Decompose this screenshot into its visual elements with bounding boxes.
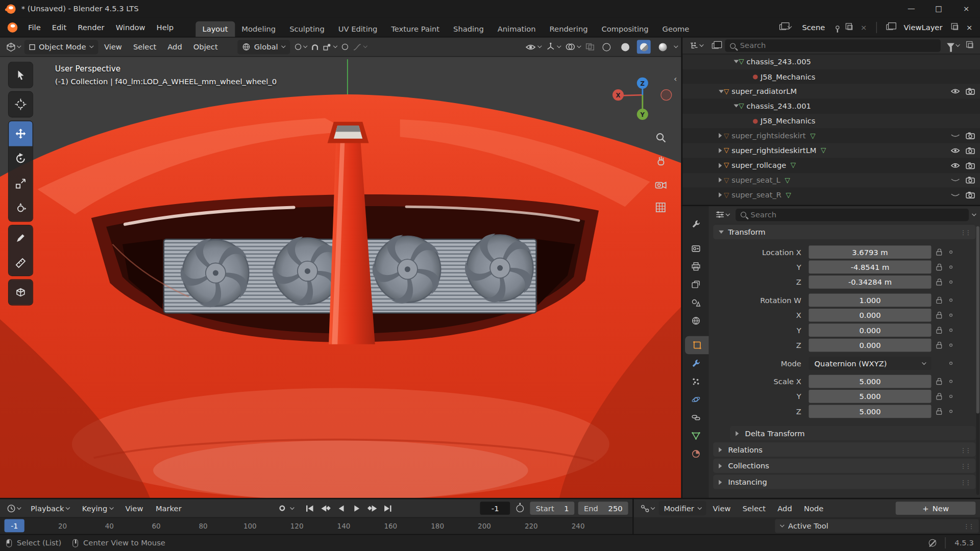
gizmo-minus-x-axis[interactable] (660, 89, 672, 101)
chevron-down-icon[interactable] (290, 505, 295, 510)
scale-y-field[interactable]: 5.000 (808, 390, 931, 403)
timeline-ruler[interactable]: -1 20 40 60 80 100 120 140 160 180 200 2… (0, 517, 632, 534)
gizmo-x-axis[interactable]: X (612, 89, 624, 101)
animate-button[interactable] (949, 329, 952, 332)
tab-sculpting[interactable]: Sculpting (283, 21, 332, 37)
menu-file[interactable]: File (22, 20, 46, 35)
overlays-dropdown[interactable] (566, 43, 580, 51)
menu-view[interactable]: View (99, 40, 127, 54)
drag-handle-icon[interactable] (963, 521, 973, 530)
menu-add[interactable]: Add (163, 40, 187, 54)
tab-texture-paint[interactable]: Texture Paint (384, 21, 447, 37)
hide-toggle[interactable] (950, 160, 960, 170)
outliner-row-j58-mechanics-2[interactable]: ● J58_Mechanics (682, 114, 980, 129)
shading-material-button[interactable] (637, 40, 651, 54)
jump-to-start-button[interactable] (303, 502, 317, 514)
tab-object[interactable] (685, 336, 709, 355)
remove-viewlayer-button[interactable]: × (964, 20, 975, 34)
measure-tool[interactable] (9, 251, 33, 276)
menu-object[interactable]: Object (188, 40, 223, 54)
lock-button[interactable] (936, 297, 942, 304)
animate-button[interactable] (949, 343, 952, 346)
disclosure-closed-icon[interactable] (719, 148, 722, 153)
add-cube-tool[interactable] (9, 280, 33, 305)
animate-button[interactable] (949, 265, 952, 268)
tab-view-layer[interactable] (682, 276, 708, 294)
unlink-scene-button[interactable]: × (858, 20, 869, 34)
outliner-row-chassis-001[interactable]: ▽ chassis_243..001 (682, 99, 980, 114)
relations-panel[interactable]: Relations (713, 442, 975, 457)
maximize-button[interactable]: □ (925, 0, 952, 17)
tab-uv-editing[interactable]: UV Editing (331, 21, 384, 37)
disclosure-open-icon[interactable] (734, 105, 739, 108)
scale-x-field[interactable]: 5.000 (808, 375, 931, 388)
transform-panel-header[interactable]: Transform (713, 225, 975, 239)
lock-button[interactable] (936, 408, 942, 415)
pin-scene-button[interactable] (833, 20, 842, 34)
shading-wireframe-button[interactable] (599, 40, 613, 54)
tab-constraints[interactable] (682, 409, 708, 427)
start-frame-field[interactable]: Start1 (530, 502, 575, 515)
animate-button[interactable] (949, 314, 952, 317)
node-tree-type-dropdown[interactable]: Modifier (659, 501, 706, 515)
pivot-point-dropdown[interactable] (295, 44, 307, 50)
collections-panel[interactable]: Collections (713, 459, 975, 473)
location-x-field[interactable]: 3.6793 m (808, 245, 931, 259)
mode-dropdown[interactable]: Object Mode (24, 40, 98, 54)
animate-button[interactable] (949, 281, 952, 284)
snap-toggle[interactable] (312, 44, 318, 49)
jump-to-end-button[interactable] (381, 502, 395, 514)
viewport-3d[interactable]: User Perspective (-1) Collection | f40_l… (0, 57, 681, 497)
viewlayer-button[interactable] (884, 20, 895, 34)
menu-help[interactable]: Help (151, 20, 180, 35)
outliner-row-j58-mechanics[interactable]: ● J58_Mechanics (682, 69, 980, 84)
animate-button[interactable] (949, 251, 952, 254)
shading-solid-button[interactable] (618, 40, 632, 54)
node-editor-type-button[interactable] (638, 502, 657, 515)
editor-type-button[interactable] (4, 40, 23, 54)
outliner-row-super-rightsideskirtlm[interactable]: ▽ super_rightsideskirtLM ▽ (682, 143, 980, 158)
delta-transform-panel[interactable]: Delta Transform (730, 426, 975, 440)
outliner-search[interactable] (725, 39, 940, 52)
lock-button[interactable] (936, 393, 942, 399)
camera-view-button[interactable] (652, 176, 669, 192)
shading-rendered-button[interactable] (655, 40, 669, 54)
outliner-row-super-radiatorlm[interactable]: ▽ super_radiatorLM (682, 84, 980, 99)
properties-search[interactable] (736, 208, 969, 220)
new-node-tree-button[interactable]: + New (896, 502, 976, 515)
rotation-x-field[interactable]: 0.000 (808, 309, 931, 322)
tab-physics[interactable] (682, 390, 708, 409)
transform-tool[interactable] (9, 196, 33, 221)
tab-rendering[interactable]: Rendering (543, 21, 595, 37)
disclosure-open-icon[interactable] (719, 90, 724, 93)
viewlayer-name-field[interactable]: ViewLayer (899, 20, 947, 34)
rotation-y-field[interactable]: 0.000 (808, 323, 931, 337)
lock-button[interactable] (936, 342, 942, 348)
play-reverse-button[interactable] (334, 502, 348, 514)
move-tool[interactable] (9, 121, 33, 146)
drag-handle-icon[interactable] (960, 228, 970, 236)
hide-toggle[interactable] (950, 145, 960, 156)
hide-toggle[interactable] (950, 131, 960, 141)
lock-button[interactable] (936, 312, 942, 318)
menu-window[interactable]: Window (110, 20, 151, 35)
properties-options-chevron[interactable] (972, 211, 976, 216)
animate-button[interactable] (949, 362, 952, 365)
menu-keying[interactable]: Keying (77, 501, 118, 515)
gizmo-y-axis[interactable]: Y (637, 109, 648, 120)
gizmos-dropdown[interactable] (546, 42, 560, 51)
menu-view[interactable]: View (708, 501, 736, 515)
lock-button[interactable] (936, 248, 942, 255)
disclosure-closed-icon[interactable] (719, 192, 722, 197)
render-visibility-toggle[interactable] (965, 160, 975, 170)
rotation-mode-dropdown[interactable]: Quaternion (WXYZ) (808, 357, 931, 370)
menu-select[interactable]: Select (128, 40, 161, 54)
hide-toggle[interactable] (950, 190, 960, 200)
blender-menu-icon[interactable] (8, 22, 18, 32)
tab-modeling[interactable]: Modeling (235, 21, 283, 37)
outliner-row-super-rightsideskirt[interactable]: ▽ super_rightsideskirt ▽ (682, 129, 980, 143)
orientation-dropdown[interactable]: Global (238, 40, 290, 54)
browse-scene-button[interactable] (777, 20, 794, 34)
gizmo-z-axis[interactable]: Z (637, 78, 648, 89)
zoom-button[interactable] (652, 129, 669, 145)
